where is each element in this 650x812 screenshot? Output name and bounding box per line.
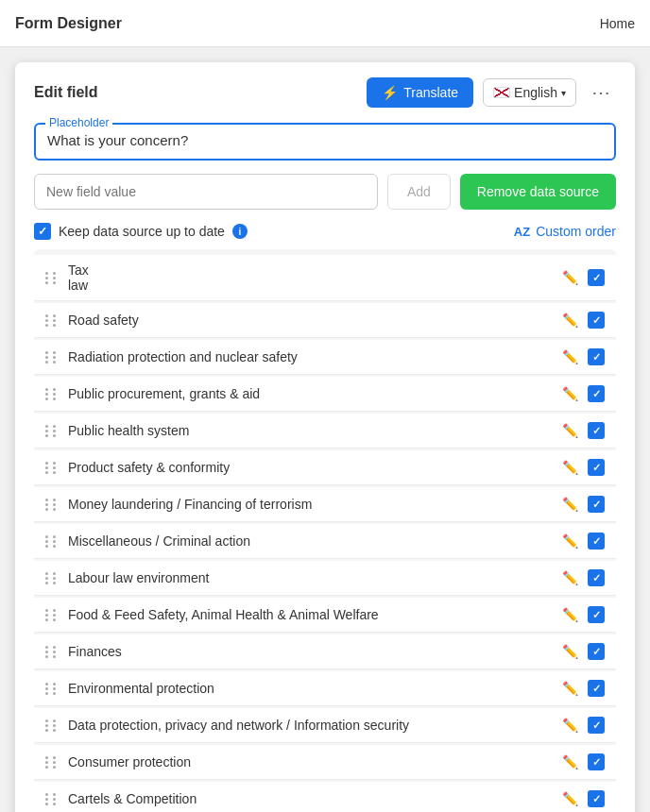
edit-item-button[interactable]: ✏️ — [560, 642, 580, 661]
drag-handle[interactable] — [45, 314, 59, 327]
edit-item-button[interactable]: ✏️ — [560, 716, 580, 735]
edit-item-button[interactable]: ✏️ — [560, 311, 580, 330]
item-actions: ✏️ — [560, 753, 605, 771]
drag-handle[interactable] — [45, 388, 59, 400]
placeholder-input[interactable] — [47, 132, 603, 148]
list-item: Road safety✏️ — [34, 303, 616, 338]
item-checkbox[interactable] — [588, 643, 605, 660]
keep-updated-label[interactable]: Keep data source up to date i — [34, 223, 248, 240]
item-checkbox[interactable] — [588, 348, 605, 365]
edit-item-button[interactable]: ✏️ — [560, 458, 580, 477]
translate-label: Translate — [403, 85, 458, 100]
drag-handle[interactable] — [45, 572, 59, 584]
modal-header: Edit field ⚡ Translate English ▾ ⋯ — [15, 62, 635, 123]
add-button[interactable]: Add — [387, 174, 451, 210]
home-link[interactable]: Home — [600, 16, 635, 31]
language-label: English — [514, 85, 557, 100]
item-text: Environmental protection — [68, 681, 560, 696]
item-checkbox[interactable] — [588, 385, 605, 402]
item-text: Product safety & conformity — [68, 460, 560, 475]
item-checkbox[interactable] — [588, 606, 605, 623]
page: Form Designer Home Edit field ⚡ Translat… — [0, 0, 650, 812]
more-options-button[interactable]: ⋯ — [586, 77, 616, 108]
item-checkbox[interactable] — [588, 569, 605, 586]
modal-title: Edit field — [34, 84, 98, 101]
topbar-right: Home — [600, 16, 635, 31]
item-text: Tax law — [68, 262, 560, 293]
drag-handle[interactable] — [45, 535, 59, 548]
add-value-row: Add Remove data source — [34, 174, 616, 210]
edit-item-button[interactable]: ✏️ — [560, 789, 580, 808]
list-item: Public procurement, grants & aid✏️ — [34, 377, 616, 412]
flag-icon — [493, 87, 510, 98]
item-checkbox[interactable] — [588, 680, 605, 697]
item-actions: ✏️ — [560, 789, 605, 808]
custom-order-button[interactable]: AZ Custom order — [514, 224, 616, 239]
item-checkbox[interactable] — [588, 459, 605, 476]
item-text: Public procurement, grants & aid — [68, 386, 560, 401]
translate-button[interactable]: ⚡ Translate — [367, 77, 473, 108]
edit-item-button[interactable]: ✏️ — [560, 605, 580, 624]
item-actions: ✏️ — [560, 384, 605, 403]
item-text: Money laundering / Financing of terroris… — [68, 497, 560, 512]
item-actions: ✏️ — [560, 268, 605, 287]
edit-item-button[interactable]: ✏️ — [560, 268, 580, 287]
chevron-down-icon: ▾ — [561, 88, 566, 98]
item-checkbox[interactable] — [588, 790, 605, 807]
drag-handle[interactable] — [45, 683, 59, 695]
edit-item-button[interactable]: ✏️ — [560, 568, 580, 587]
edit-item-button[interactable]: ✏️ — [560, 421, 580, 440]
drag-handle[interactable] — [45, 646, 59, 658]
item-checkbox[interactable] — [588, 753, 605, 770]
item-checkbox[interactable] — [588, 496, 605, 513]
drag-handle[interactable] — [45, 609, 59, 621]
drag-handle[interactable] — [45, 351, 59, 364]
item-actions: ✏️ — [560, 458, 605, 477]
item-text: Road safety — [68, 313, 560, 328]
drag-handle[interactable] — [45, 756, 59, 769]
list-item: Product safety & conformity✏️ — [34, 450, 616, 485]
item-text: Labour law environment — [68, 570, 560, 585]
list-item: Money laundering / Financing of terroris… — [34, 487, 616, 522]
item-text: Finances — [68, 644, 560, 659]
az-sort-icon: AZ — [514, 225, 530, 239]
item-checkbox[interactable] — [588, 422, 605, 439]
item-text: Food & Feed Safety, Animal Health & Anim… — [68, 607, 560, 622]
drag-handle[interactable] — [45, 462, 59, 474]
topbar: Form Designer Home — [0, 0, 650, 47]
list-item: Consumer protection✏️ — [34, 745, 616, 780]
language-selector[interactable]: English ▾ — [483, 78, 576, 107]
item-text: Consumer protection — [68, 754, 560, 770]
header-actions: ⚡ Translate English ▾ ⋯ — [367, 77, 616, 108]
modal-body: Placeholder Add Remove data source Keep … — [15, 123, 635, 812]
drag-handle[interactable] — [45, 719, 59, 732]
item-checkbox[interactable] — [588, 269, 605, 286]
item-text: Radiation protection and nuclear safety — [68, 349, 560, 364]
list-item: Environmental protection✏️ — [34, 671, 616, 706]
drag-handle[interactable] — [45, 793, 59, 805]
list-item: Public health system✏️ — [34, 414, 616, 448]
drag-handle[interactable] — [45, 272, 59, 284]
item-checkbox[interactable] — [588, 312, 605, 329]
info-icon[interactable]: i — [232, 224, 248, 239]
edit-item-button[interactable]: ✏️ — [560, 532, 580, 550]
edit-item-button[interactable]: ✏️ — [560, 347, 580, 366]
keep-updated-checkbox[interactable] — [34, 223, 51, 240]
item-checkbox[interactable] — [588, 717, 605, 734]
remove-datasource-button[interactable]: Remove data source — [460, 174, 616, 210]
edit-item-button[interactable]: ✏️ — [560, 679, 580, 698]
item-actions: ✏️ — [560, 311, 605, 330]
options-row: Keep data source up to date i AZ Custom … — [34, 223, 616, 240]
item-text: Cartels & Competition — [68, 791, 560, 806]
item-checkbox[interactable] — [588, 533, 605, 550]
drag-handle[interactable] — [45, 425, 59, 437]
new-field-input[interactable] — [34, 174, 378, 210]
edit-item-button[interactable]: ✏️ — [560, 753, 580, 771]
app-title: Form Designer — [15, 15, 122, 32]
list-item: Radiation protection and nuclear safety✏… — [34, 340, 616, 375]
item-text: Data protection, privacy and network / I… — [68, 718, 560, 733]
edit-item-button[interactable]: ✏️ — [560, 384, 580, 403]
edit-item-button[interactable]: ✏️ — [560, 495, 580, 514]
list-item: Cartels & Competition✏️ — [34, 782, 616, 812]
drag-handle[interactable] — [45, 499, 59, 511]
